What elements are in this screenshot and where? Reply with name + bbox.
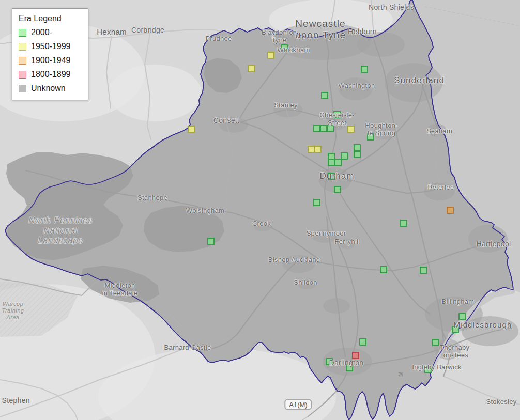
place-label: Crook bbox=[252, 220, 271, 227]
place-label: Bishop Auckland bbox=[268, 256, 320, 263]
road-badge-a1m: A1(M) bbox=[284, 399, 312, 410]
legend-item-label: 1950-1999 bbox=[31, 42, 71, 51]
place-label: Wolsingham bbox=[186, 207, 224, 214]
place-label: Shildon bbox=[294, 278, 317, 286]
legend-item-label: 1900-1949 bbox=[31, 56, 71, 65]
place-label: Hebburn bbox=[348, 27, 377, 36]
era-legend: Era Legend 2000-1950-19991900-19491800-1… bbox=[12, 8, 88, 100]
place-label: Billingham bbox=[442, 298, 475, 305]
place-label: Middleton in Teesdale bbox=[102, 282, 138, 297]
place-label: Consett bbox=[213, 116, 239, 125]
legend-swatch-icon bbox=[19, 43, 26, 51]
legend-items: 2000-1950-19991900-19491800-1899Unknown bbox=[19, 28, 80, 93]
place-label: Chester-le- Street bbox=[319, 111, 355, 127]
legend-item: 1950-1999 bbox=[19, 42, 80, 51]
place-label: Stanley bbox=[274, 101, 297, 109]
place-label: Middlesbrough bbox=[454, 320, 512, 329]
legend-item: Unknown bbox=[19, 84, 80, 93]
map-viewport[interactable]: ✈ A1(M) North ShieldsNewcastle upon Tyne… bbox=[0, 0, 520, 420]
legend-title: Era Legend bbox=[19, 14, 80, 23]
legend-item: 1900-1949 bbox=[19, 56, 80, 65]
place-label: North Pennines National Landscape bbox=[28, 215, 93, 246]
place-label: Newcastle upon Tyne bbox=[295, 18, 346, 41]
legend-swatch-icon bbox=[19, 57, 26, 65]
place-label: Thornaby- on-Tees bbox=[440, 344, 472, 359]
legend-swatch-icon bbox=[19, 29, 26, 37]
legend-item: 1800-1899 bbox=[19, 70, 80, 79]
place-label: y Stephen bbox=[0, 396, 30, 405]
legend-item: 2000- bbox=[19, 28, 80, 37]
place-label: Ingleby Barwick bbox=[412, 363, 462, 371]
place-label: Stokesley bbox=[486, 398, 516, 406]
place-label: Washington bbox=[338, 82, 375, 89]
place-label: North Shields bbox=[369, 3, 414, 11]
place-label: Blaydon on Tyne bbox=[262, 28, 297, 44]
place-label: Spennymoor bbox=[307, 229, 346, 237]
legend-item-label: Unknown bbox=[31, 84, 66, 93]
place-label: Stanhope bbox=[137, 194, 167, 201]
place-label: Prudhoe bbox=[205, 35, 232, 42]
place-label: Darlington bbox=[329, 359, 364, 367]
place-label: Sunderland bbox=[394, 75, 445, 86]
legend-item-label: 2000- bbox=[31, 28, 52, 37]
legend-swatch-icon bbox=[19, 71, 26, 79]
place-label: Ferryhill bbox=[335, 238, 360, 245]
place-label: Houghton- le Spring bbox=[365, 121, 397, 137]
place-label: Peterlee bbox=[428, 183, 454, 191]
place-label: Barnard Castle bbox=[164, 344, 211, 351]
place-label: Hexham bbox=[97, 27, 127, 36]
place-label: Warcop Training Area bbox=[2, 301, 24, 320]
legend-swatch-icon bbox=[19, 85, 26, 92]
place-label: Seaham bbox=[426, 127, 452, 135]
place-label: Hartlepool bbox=[477, 240, 511, 248]
place-label: Corbridge bbox=[131, 26, 164, 34]
legend-item-label: 1800-1899 bbox=[31, 70, 71, 79]
place-label: Durham bbox=[319, 171, 354, 181]
place-label: Whickham bbox=[277, 46, 310, 54]
